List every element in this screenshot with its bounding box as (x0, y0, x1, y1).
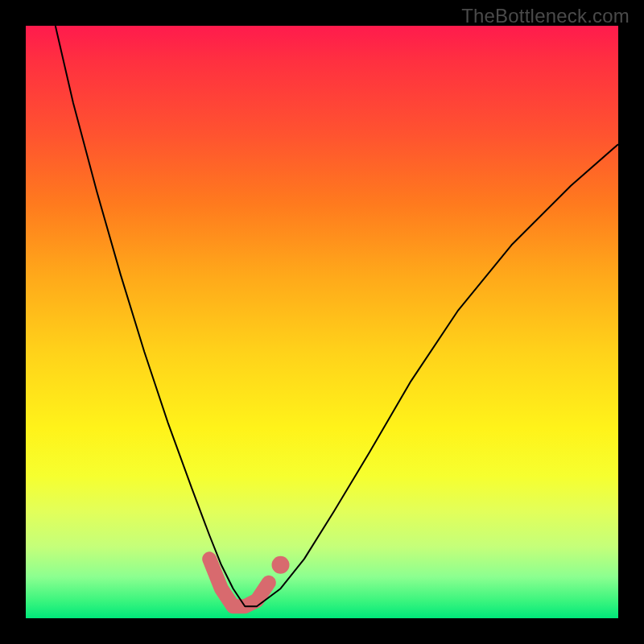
optimal-range-highlight (209, 559, 269, 606)
chart-frame: TheBottleneck.com (0, 0, 644, 644)
bottleneck-curve (56, 26, 618, 606)
highlight-dot (272, 556, 290, 574)
plot-area (26, 26, 618, 618)
watermark-text: TheBottleneck.com (461, 5, 630, 27)
curve-svg (26, 26, 618, 618)
